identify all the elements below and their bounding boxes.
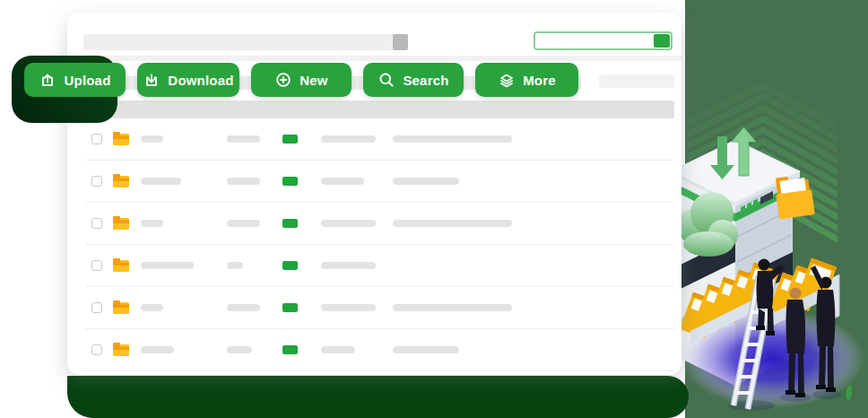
progress-bar bbox=[534, 31, 673, 50]
file-name-placeholder bbox=[141, 346, 174, 353]
folder-icon bbox=[113, 300, 129, 314]
file-name-placeholder bbox=[141, 220, 163, 227]
file-meta-placeholder bbox=[321, 346, 355, 353]
file-meta-placeholder bbox=[393, 346, 459, 353]
plus-circle-icon bbox=[274, 71, 292, 89]
file-meta-placeholder bbox=[321, 304, 376, 311]
folder-icon bbox=[113, 216, 129, 230]
file-meta-placeholder bbox=[393, 135, 512, 143]
address-bar-handle bbox=[393, 34, 408, 50]
layers-icon bbox=[498, 71, 516, 89]
search-button-label: Search bbox=[403, 73, 448, 88]
upload-icon bbox=[39, 71, 56, 89]
address-bar[interactable] bbox=[83, 34, 395, 50]
folder-icon bbox=[113, 258, 129, 272]
row-checkbox[interactable] bbox=[91, 134, 102, 144]
row-checkbox[interactable] bbox=[91, 218, 102, 229]
new-button-label: New bbox=[299, 73, 327, 88]
file-name-placeholder bbox=[141, 135, 163, 143]
file-name-placeholder bbox=[141, 262, 194, 269]
file-meta-placeholder bbox=[393, 304, 512, 311]
table-row[interactable] bbox=[85, 287, 674, 329]
status-badge bbox=[282, 219, 298, 228]
status-badge bbox=[282, 345, 298, 354]
file-meta-placeholder bbox=[321, 262, 376, 269]
row-checkbox[interactable] bbox=[91, 344, 102, 355]
file-meta-placeholder bbox=[227, 178, 260, 185]
file-meta-placeholder bbox=[227, 346, 252, 353]
table-row[interactable] bbox=[85, 329, 674, 371]
download-button[interactable]: Download bbox=[137, 63, 239, 97]
toolbar-extra-placeholder bbox=[599, 74, 674, 88]
search-icon bbox=[378, 71, 395, 89]
table-header-bar bbox=[85, 100, 674, 118]
folder-icon bbox=[113, 132, 129, 145]
search-button[interactable]: Search bbox=[363, 63, 464, 97]
file-name-placeholder bbox=[141, 178, 181, 185]
status-badge bbox=[282, 303, 298, 312]
table-row[interactable] bbox=[85, 245, 674, 287]
status-badge bbox=[282, 177, 298, 186]
file-meta-placeholder bbox=[321, 178, 364, 185]
row-checkbox[interactable] bbox=[91, 302, 102, 313]
more-button[interactable]: More bbox=[475, 63, 578, 97]
file-meta-placeholder bbox=[227, 304, 260, 311]
file-name-placeholder bbox=[141, 304, 163, 311]
status-badge bbox=[282, 135, 298, 144]
more-button-label: More bbox=[523, 73, 556, 88]
file-meta-placeholder bbox=[393, 178, 459, 185]
table-row[interactable] bbox=[85, 118, 674, 161]
background-green-panel bbox=[685, 0, 868, 418]
file-meta-placeholder bbox=[393, 220, 512, 227]
file-meta-placeholder bbox=[227, 220, 260, 227]
new-button[interactable]: New bbox=[251, 63, 352, 97]
file-manager-promo-screen: Upload Download New Search More bbox=[0, 0, 868, 418]
file-meta-placeholder bbox=[321, 220, 376, 227]
window-divider bbox=[67, 56, 681, 61]
folder-icon bbox=[113, 174, 129, 187]
download-icon bbox=[143, 71, 161, 89]
file-meta-placeholder bbox=[227, 262, 243, 269]
status-badge bbox=[282, 261, 298, 270]
file-meta-placeholder bbox=[227, 135, 260, 143]
row-checkbox[interactable] bbox=[91, 176, 102, 187]
background-bottom-band bbox=[67, 376, 689, 418]
table-rows bbox=[85, 118, 674, 371]
row-checkbox[interactable] bbox=[91, 260, 102, 271]
upload-button[interactable]: Upload bbox=[24, 63, 126, 97]
download-button-label: Download bbox=[168, 73, 233, 88]
table-row[interactable] bbox=[85, 161, 674, 203]
upload-button-label: Upload bbox=[64, 73, 110, 88]
table-row[interactable] bbox=[85, 203, 674, 245]
file-meta-placeholder bbox=[321, 135, 376, 143]
progress-bar-fill bbox=[654, 34, 670, 48]
folder-icon bbox=[113, 343, 129, 356]
